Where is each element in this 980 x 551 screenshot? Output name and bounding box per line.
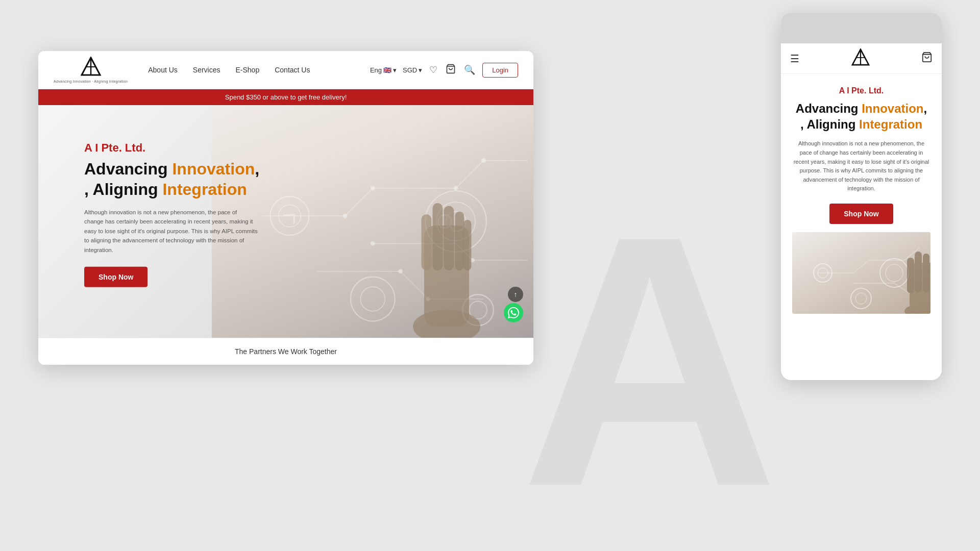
mobile-top-bar [781, 13, 942, 43]
hero-title-aligning: , Aligning [84, 180, 162, 198]
lang-chevron-icon: ▾ [393, 66, 397, 74]
svg-rect-37 [422, 214, 432, 270]
nav-item-eshop[interactable]: E-Shop [236, 65, 260, 74]
search-button[interactable]: 🔍 [463, 63, 476, 77]
desktop-browser-mockup: Advancing Innovation · Aligning Integrat… [38, 51, 533, 365]
partners-section: The Partners We Work Together [38, 338, 533, 365]
mobile-browser-mockup: ☰ A I Pte. Ltd. Advancing Innovation, , … [781, 13, 942, 380]
partners-label: The Partners We Work Together [235, 347, 337, 356]
nav-right-controls: Eng 🇬🇧 ▾ SGD ▾ ♡ 🔍 Login [370, 63, 518, 78]
mobile-navbar: ☰ [781, 43, 942, 74]
svg-point-24 [370, 186, 375, 191]
nav-link-about[interactable]: About Us [148, 66, 178, 74]
svg-rect-62 [915, 252, 922, 292]
nav-link-eshop[interactable]: E-Shop [236, 66, 260, 74]
currency-label: SGD [403, 66, 417, 74]
flag-icon: 🇬🇧 [383, 66, 391, 74]
nav-links: About Us Services E-Shop Contact Us [148, 65, 370, 74]
nav-link-services[interactable]: Services [193, 66, 220, 74]
currency-selector[interactable]: SGD ▾ [403, 66, 422, 74]
mobile-title-advancing: Advancing [796, 102, 862, 115]
scroll-top-button[interactable]: ↑ [508, 287, 523, 302]
svg-rect-41 [463, 220, 471, 270]
svg-rect-39 [444, 206, 454, 271]
hero-image-area [212, 105, 534, 338]
hero-company-name: A I Pte. Ltd. [84, 141, 259, 155]
currency-chevron-icon: ▾ [419, 66, 422, 74]
mobile-title-aligning: , Aligning [800, 117, 859, 131]
hero-shop-now-button[interactable]: Shop Now [84, 267, 148, 287]
svg-point-27 [370, 241, 375, 246]
hero-title-innovation: Innovation [172, 160, 255, 178]
mobile-hero-image [792, 232, 930, 314]
nav-item-services[interactable]: Services [193, 65, 220, 74]
cart-button[interactable] [445, 63, 457, 78]
whatsapp-button[interactable] [504, 303, 523, 322]
hero-title-comma: , [255, 160, 259, 178]
hamburger-menu-button[interactable]: ☰ [790, 53, 799, 65]
svg-point-26 [481, 158, 486, 163]
logo-icon [81, 57, 101, 79]
svg-line-6 [345, 188, 372, 216]
language-label: Eng [370, 66, 382, 74]
desktop-logo: Advancing Innovation · Aligning Integrat… [54, 57, 128, 83]
mobile-title-integration: Integration [859, 117, 922, 131]
hero-title-integration: Integration [162, 180, 247, 198]
hero-content: A I Pte. Ltd. Advancing Innovation, , Al… [84, 141, 259, 287]
hero-title-advancing: Advancing [84, 160, 172, 178]
mobile-hero-title: Advancing Innovation, , Aligning Integra… [792, 101, 930, 132]
hero-title: Advancing Innovation, , Aligning Integra… [84, 159, 259, 199]
desktop-navbar: Advancing Innovation · Aligning Integrat… [38, 51, 533, 89]
mobile-hero-section: A I Pte. Ltd. Advancing Innovation, , Al… [781, 74, 942, 380]
hero-description: Although innovation is not a new phenome… [84, 208, 258, 255]
mobile-hero-description: Although innovation is not a new phenome… [792, 139, 930, 193]
language-selector[interactable]: Eng 🇬🇧 ▾ [370, 66, 397, 74]
svg-rect-38 [433, 203, 443, 270]
desktop-hero-section: A I Pte. Ltd. Advancing Innovation, , Al… [38, 105, 533, 338]
mobile-company-name: A I Pte. Ltd. [792, 86, 930, 95]
svg-point-23 [342, 214, 347, 218]
svg-rect-40 [455, 212, 464, 271]
mobile-shop-now-button[interactable]: Shop Now [829, 204, 893, 224]
hero-image-bg [212, 105, 534, 338]
mobile-cart-button[interactable] [921, 52, 933, 65]
login-button[interactable]: Login [482, 63, 518, 78]
nav-item-contact[interactable]: Contact Us [275, 65, 310, 74]
announcement-text: Spend $350 or above to get free delivery… [225, 93, 347, 101]
wishlist-button[interactable]: ♡ [428, 63, 438, 77]
hand-svg [375, 169, 518, 338]
mobile-title-comma: , [924, 102, 927, 115]
mobile-tech-svg [792, 232, 930, 314]
nav-item-about[interactable]: About Us [148, 65, 178, 74]
mobile-title-innovation: Innovation [862, 102, 923, 115]
svg-rect-61 [907, 258, 914, 293]
svg-text:A: A [521, 161, 779, 510]
nav-link-contact[interactable]: Contact Us [275, 66, 310, 74]
logo-subtitle: Advancing Innovation · Aligning Integrat… [54, 80, 128, 83]
svg-rect-63 [923, 254, 929, 292]
mobile-logo [851, 48, 870, 69]
announcement-bar: Spend $350 or above to get free delivery… [38, 89, 533, 105]
